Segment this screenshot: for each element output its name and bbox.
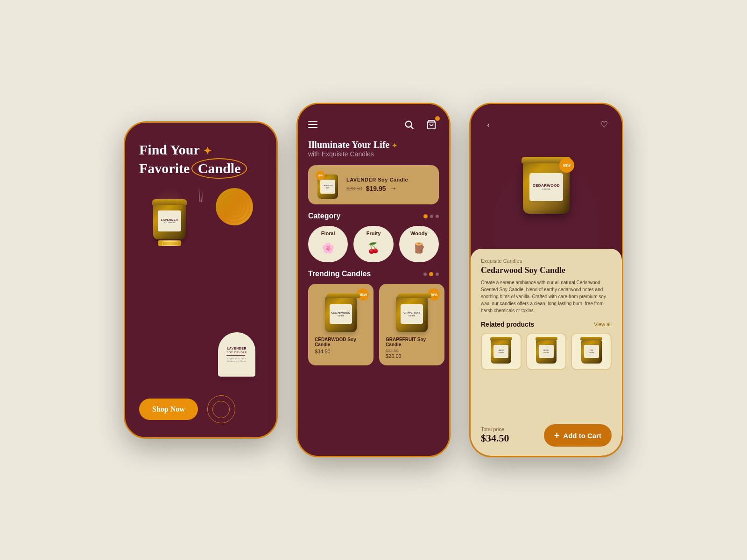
wishlist-button[interactable]: ♡ — [597, 117, 612, 132]
p2-title-main: Illuminate Your Life ✦ — [308, 140, 439, 150]
svg-line-1 — [411, 126, 413, 129]
back-button[interactable]: ‹ — [481, 117, 496, 132]
label-card: LAVENDER SOY CANDLE made with love Where… — [218, 332, 255, 377]
related-jar-1: LEMONcandle — [491, 339, 511, 364]
fruity-image: 🍒 — [362, 239, 385, 258]
p3-jar: CEDARWOOD candle NEW — [523, 160, 570, 214]
product-brand: Exquisite Candles — [481, 258, 612, 264]
category-woody[interactable]: Woody 🪵 — [399, 226, 439, 262]
related-header: Related products View all — [481, 321, 612, 328]
phone-1: Find Your ✦ Favorite Candle LAVENDER SOY… — [124, 121, 278, 439]
plus-icon: + — [554, 431, 560, 440]
product-description: Create a serene ambiance with our all na… — [481, 279, 612, 314]
p3-new-badge: NEW — [559, 158, 574, 173]
star-icon: ✦ — [203, 145, 211, 157]
trending-cedarwood-candle: CEDARWOOD candle — [322, 290, 359, 332]
related-lid-1 — [490, 337, 512, 340]
phone-1-inner: Find Your ✦ Favorite Candle LAVENDER SOY… — [125, 123, 276, 437]
pattern-inner — [218, 190, 251, 223]
candle-stand — [158, 240, 181, 246]
featured-arrow: → — [389, 184, 397, 193]
hero-title: Find Your ✦ Favorite Candle — [139, 141, 262, 179]
trending-grapefruit-card[interactable]: 20% GRAPEFRUIT candle GRAPEFRUIT Soy Can… — [379, 284, 444, 365]
featured-discount-badge: 30% — [316, 171, 325, 180]
featured-card[interactable]: LAVENDERSOY 30% LAVENDER Soy Candle $28.… — [308, 165, 439, 204]
dot-3 — [436, 215, 439, 218]
view-all-link[interactable]: View all — [594, 322, 612, 327]
label-card-text: LAVENDER SOY CANDLE made with love Where… — [226, 347, 247, 363]
trending-cedarwood-card[interactable]: NEW CEDARWOOD candle CEDARWOOD Soy Candl… — [308, 284, 374, 365]
search-button[interactable] — [402, 117, 416, 132]
category-title: Category — [308, 212, 340, 220]
related-label-3: FIGcandle — [584, 345, 599, 358]
header-icons — [402, 117, 439, 132]
p3-product-area: CEDARWOOD candle NEW — [471, 137, 622, 249]
tc-jar-1: CEDARWOOD candle — [325, 296, 357, 332]
p2-header — [298, 104, 449, 140]
phone-2-inner: Illuminate Your Life ✦ with Exquisite Ca… — [298, 104, 449, 456]
tdot-1 — [423, 273, 427, 276]
shop-now-section: Shop Now — [139, 395, 262, 423]
featured-old-price: $28.50 — [346, 186, 362, 191]
add-to-cart-button[interactable]: + Add to Cart — [544, 424, 612, 447]
candle-jar: LAVENDER SOY CANDLE — [153, 202, 186, 239]
search-icon — [404, 119, 414, 130]
phone-2: Illuminate Your Life ✦ with Exquisite Ca… — [296, 103, 451, 457]
phone-3: ‹ ♡ CEDARWOOD candle NEW Exquisite Candl… — [469, 103, 623, 457]
hamburger-line-2 — [308, 124, 317, 125]
p3-cedarwood-candle: CEDARWOOD candle NEW — [518, 160, 574, 225]
cart-button[interactable] — [424, 117, 439, 132]
category-floral[interactable]: Floral 🌸 — [308, 226, 348, 262]
total-price-section: Total price $34.50 — [481, 427, 509, 444]
dot-1 — [423, 214, 428, 218]
p2-title: Illuminate Your Life ✦ with Exquisite Ca… — [298, 140, 449, 165]
category-fruity[interactable]: Fruity 🍒 — [353, 226, 393, 262]
candle-showcase: LAVENDER SOY CANDLE LAVENDER SOY CANDLE … — [139, 183, 262, 391]
trending-cedarwood-price: $34.50 — [315, 349, 367, 354]
circle-decoration — [207, 395, 235, 423]
category-fruity-name: Fruity — [366, 231, 381, 236]
lavender-candle-display: LAVENDER SOY CANDLE — [144, 193, 195, 253]
related-item-1[interactable]: LEMONcandle — [481, 333, 521, 370]
candle-label: LAVENDER SOY CANDLE — [158, 210, 181, 231]
tc-label-2: GRAPEFRUIT candle — [401, 304, 423, 324]
related-jar-3: FIGcandle — [581, 339, 602, 364]
related-item-3[interactable]: FIGcandle — [571, 333, 612, 370]
related-item-2[interactable]: ROSEcandle — [526, 333, 567, 370]
featured-prices: $28.50 $19.95 → — [346, 184, 431, 193]
category-woody-name: Woody — [410, 231, 427, 236]
related-jar-2: ROSEcandle — [536, 339, 557, 364]
phone-3-inner: ‹ ♡ CEDARWOOD candle NEW Exquisite Candl… — [471, 104, 622, 456]
related-lid-3 — [580, 337, 602, 340]
p3-label: CEDARWOOD candle — [529, 173, 563, 201]
featured-new-price: $19.95 — [366, 185, 386, 192]
trending-grapefruit-price: $26.00 — [386, 353, 438, 359]
hamburger-menu[interactable] — [308, 121, 317, 128]
shop-now-button[interactable]: Shop Now — [139, 399, 198, 420]
tc-lid-2 — [398, 294, 431, 298]
featured-label: LAVENDERSOY — [320, 180, 335, 194]
related-label-2: ROSEcandle — [539, 345, 554, 358]
related-lid-2 — [536, 337, 557, 340]
svg-point-0 — [406, 121, 412, 127]
featured-info: LAVENDER Soy Candle $28.50 $19.95 → — [346, 177, 431, 193]
trending-title: Trending Candles — [308, 270, 371, 278]
dot-2 — [430, 215, 433, 218]
star-icon: ✦ — [392, 142, 397, 149]
featured-name: LAVENDER Soy Candle — [346, 177, 431, 182]
category-row: Floral 🌸 Fruity 🍒 Woody 🪵 — [298, 226, 449, 270]
tc-jar-2: GRAPEFRUIT candle — [396, 296, 428, 332]
trending-dots — [423, 272, 439, 276]
hamburger-line-1 — [308, 121, 317, 122]
woody-image: 🪵 — [407, 239, 430, 258]
category-dots — [423, 214, 439, 218]
trending-grapefruit-candle: GRAPEFRUIT candle — [393, 290, 430, 332]
p2-title-sub: with Exquisite Candles — [308, 150, 439, 158]
related-row: LEMONcandle ROSEcandle FIGcandle — [481, 333, 612, 370]
trending-cedarwood-name: CEDARWOOD Soy Candle — [315, 337, 367, 347]
total-label: Total price — [481, 427, 509, 432]
trending-grapefruit-old-price: $32.50 — [386, 349, 438, 353]
smoke-decoration — [196, 186, 205, 204]
tc-lid-1 — [327, 294, 360, 298]
related-label-1: LEMONcandle — [493, 345, 508, 358]
